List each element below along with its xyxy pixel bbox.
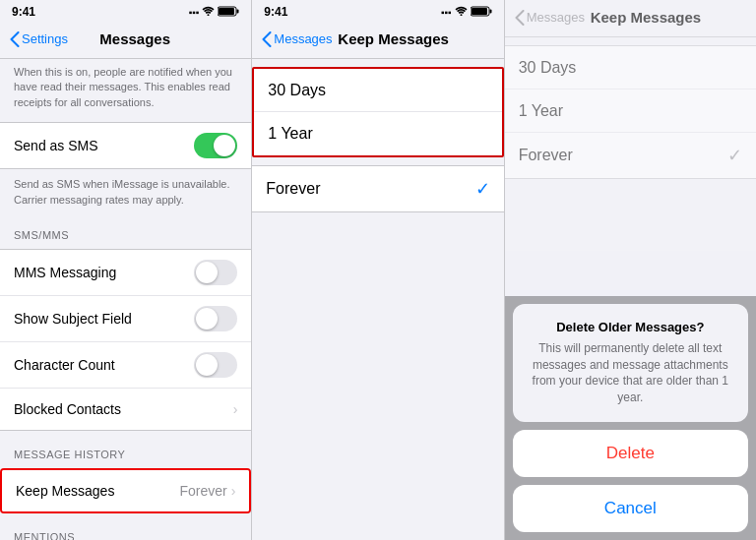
nav-bar-2: Messages Keep Messages: [252, 22, 503, 59]
panel2-content: 30 Days 1 Year Forever ✓: [252, 59, 503, 540]
battery-icon-2: [471, 6, 492, 19]
panel-keep-messages: 9:41 ▪▪▪ Messages: [251, 0, 503, 540]
panel1-content: When this is on, people are notified whe…: [0, 59, 251, 540]
p2-selection-group: 30 Days 1 Year: [252, 67, 503, 157]
panel-messages-settings: 9:41 ▪▪▪ Settings: [0, 0, 251, 540]
send-as-sms-desc: Send as SMS when iMessage is unavailable…: [0, 173, 251, 215]
p3-forever-label: Forever: [519, 147, 727, 164]
keep-messages-label: Keep Messages: [16, 483, 179, 499]
signal-icon: ▪▪▪: [189, 7, 200, 18]
battery-icon: [218, 6, 239, 19]
p2-forever-group: Forever ✓: [252, 165, 503, 212]
p2-forever-row[interactable]: Forever ✓: [252, 166, 503, 211]
wifi-icon-2: [455, 6, 468, 18]
p3-forever-row: Forever ✓: [505, 133, 756, 178]
p2-1year-label: 1 Year: [268, 125, 487, 143]
nav-title-3: Keep Messages: [545, 9, 746, 26]
nav-bar-1: Settings Messages: [0, 22, 251, 59]
keep-messages-chevron: ›: [231, 483, 236, 499]
character-count-toggle[interactable]: [194, 352, 237, 378]
send-as-sms-toggle[interactable]: [194, 133, 237, 158]
p3-options-group: 30 Days 1 Year Forever ✓: [505, 45, 756, 179]
send-as-sms-label: Send as SMS: [14, 138, 194, 153]
nav-title-1: Messages: [29, 30, 241, 47]
character-count-label: Character Count: [14, 357, 194, 373]
alert-message: This will permanently delete all text me…: [527, 340, 734, 406]
status-bar-2: 9:41 ▪▪▪: [252, 0, 503, 22]
message-history-header: MESSAGE HISTORY: [0, 435, 251, 464]
p3-30days-row: 30 Days: [505, 46, 756, 90]
p2-forever-label: Forever: [266, 180, 474, 198]
svg-rect-6: [489, 9, 491, 13]
keep-messages-group: Keep Messages Forever ›: [0, 468, 251, 513]
p2-forever-checkmark: ✓: [475, 178, 490, 200]
blocked-contacts-chevron: ›: [233, 401, 238, 417]
toggle-knob: [214, 135, 235, 156]
svg-point-0: [208, 14, 210, 16]
sms-mms-header: SMS/MMS: [0, 215, 251, 245]
blocked-contacts-label: Blocked Contacts: [14, 401, 233, 417]
svg-rect-7: [472, 8, 487, 15]
mms-messaging-row[interactable]: MMS Messaging: [0, 250, 251, 296]
svg-rect-3: [219, 8, 234, 15]
status-icons-1: ▪▪▪: [189, 6, 240, 19]
p3-1year-row: 1 Year: [505, 90, 756, 133]
alert-title: Delete Older Messages?: [527, 320, 734, 334]
panel-keep-messages-alert: Messages Keep Messages 30 Days 1 Year Fo…: [504, 0, 756, 540]
mentions-header: MENTIONS: [0, 517, 251, 540]
svg-rect-2: [237, 9, 239, 13]
blocked-contacts-row[interactable]: Blocked Contacts ›: [0, 389, 251, 430]
keep-messages-value: Forever: [179, 483, 226, 499]
wifi-icon: [202, 6, 215, 18]
nav-title-2: Keep Messages: [293, 30, 494, 47]
send-as-sms-group: Send as SMS: [0, 122, 251, 169]
alert-box: Delete Older Messages? This will permane…: [513, 304, 748, 422]
p2-30days-label: 30 Days: [268, 82, 487, 99]
send-as-sms-row[interactable]: Send as SMS: [0, 123, 251, 168]
alert-overlay: Delete Older Messages? This will permane…: [505, 296, 756, 540]
status-time-1: 9:41: [12, 5, 35, 19]
p3-30days-label: 30 Days: [519, 59, 742, 77]
mms-messaging-toggle[interactable]: [194, 260, 237, 285]
p3-1year-label: 1 Year: [519, 102, 742, 120]
mms-messaging-label: MMS Messaging: [14, 265, 194, 280]
p2-30days-row[interactable]: 30 Days: [254, 69, 501, 112]
delete-button[interactable]: Delete: [513, 430, 748, 477]
keep-messages-row[interactable]: Keep Messages Forever ›: [2, 470, 249, 511]
show-subject-toggle[interactable]: [194, 306, 237, 331]
p3-forever-checkmark: ✓: [727, 145, 742, 166]
status-icons-2: ▪▪▪: [441, 6, 492, 19]
sms-mms-group: MMS Messaging Show Subject Field Charact…: [0, 249, 251, 431]
top-description: When this is on, people are notified whe…: [0, 59, 251, 118]
svg-point-4: [460, 14, 462, 16]
signal-icon-2: ▪▪▪: [441, 7, 452, 18]
cancel-button[interactable]: Cancel: [513, 485, 748, 532]
status-time-2: 9:41: [264, 5, 287, 19]
nav-bar-3: Messages Keep Messages: [505, 0, 756, 37]
p2-1year-row[interactable]: 1 Year: [254, 112, 501, 155]
show-subject-field-label: Show Subject Field: [14, 311, 194, 327]
show-subject-field-row[interactable]: Show Subject Field: [0, 296, 251, 342]
character-count-row[interactable]: Character Count: [0, 342, 251, 389]
status-bar-1: 9:41 ▪▪▪: [0, 0, 251, 22]
